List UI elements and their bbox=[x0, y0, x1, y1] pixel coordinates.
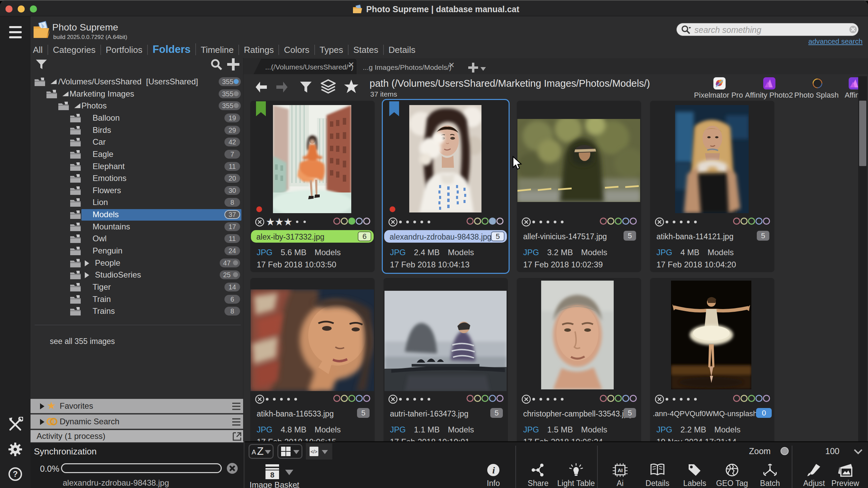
svg-text:i: i bbox=[492, 465, 495, 475]
svg-text:?: ? bbox=[13, 469, 18, 479]
svg-text:AI: AI bbox=[618, 467, 623, 473]
svg-text:</>: </> bbox=[311, 449, 317, 454]
svg-text:8: 8 bbox=[270, 471, 274, 479]
